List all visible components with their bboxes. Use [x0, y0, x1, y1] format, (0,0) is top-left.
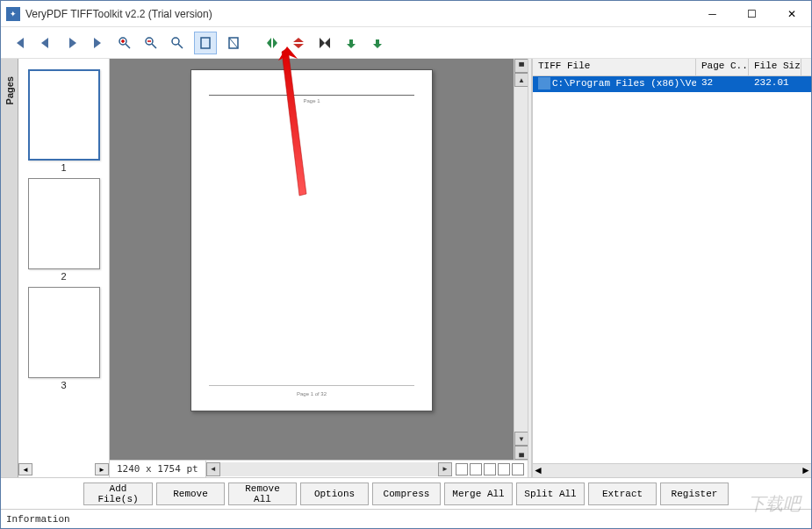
scroll-right-icon[interactable]: ►: [801, 464, 811, 477]
svg-point-2: [172, 38, 179, 45]
thumbnail[interactable]: [28, 287, 100, 378]
status-text: Information: [6, 514, 70, 525]
scroll-up-icon[interactable]: ▲: [514, 73, 528, 87]
view-mode-1-icon[interactable]: [456, 463, 468, 475]
rotate-right-button[interactable]: [368, 33, 387, 53]
scroll-left-icon[interactable]: ◄: [206, 462, 220, 476]
view-mode-3-icon[interactable]: [484, 463, 496, 475]
page-header-text: Page 1: [191, 98, 432, 104]
add-file-button[interactable]: Add File(s): [83, 483, 153, 505]
first-page-button[interactable]: [10, 33, 29, 53]
rotate-left-button[interactable]: [341, 33, 361, 53]
window-title: VeryPDF TIFFToolkit v2.2 (Trial version): [25, 8, 693, 20]
scroll-down-icon[interactable]: ▼: [514, 432, 528, 446]
close-button[interactable]: ✕: [772, 1, 811, 27]
scroll-right-icon[interactable]: ►: [438, 462, 452, 476]
fit-page-button[interactable]: [194, 32, 217, 54]
prev-page-button[interactable]: [36, 33, 55, 53]
thumbnail-label: 2: [22, 271, 105, 282]
last-page-button[interactable]: [89, 33, 108, 53]
extract-button[interactable]: Extract: [588, 483, 657, 505]
fit-width-button[interactable]: [224, 33, 243, 53]
maximize-button[interactable]: ☐: [732, 1, 772, 27]
flip-v-button[interactable]: [289, 33, 308, 53]
file-size: 232.01: [749, 76, 801, 92]
col-header-pages[interactable]: Page C...: [696, 59, 749, 75]
thumbnail[interactable]: [28, 178, 100, 269]
file-icon: [538, 77, 550, 89]
preview-hscroll[interactable]: ◄ ►: [206, 462, 452, 476]
merge-all-button[interactable]: Merge All: [444, 483, 513, 505]
thumbnail-label: 1: [22, 162, 105, 173]
scroll-bottom-icon[interactable]: ▄: [514, 446, 528, 460]
thumbnail-panel: 1 2 3 ◄ ►: [18, 59, 110, 477]
file-list-panel: TIFF File Page C... File Siz C:\Program …: [532, 59, 811, 477]
scroll-top-icon[interactable]: ▀: [514, 59, 528, 73]
page-canvas: Page 1 Page 1 of 32: [190, 69, 433, 411]
options-button[interactable]: Options: [300, 483, 369, 505]
statusbar: Information: [1, 509, 811, 528]
file-path: C:\Program Files (x86)\Ver...: [552, 78, 696, 89]
view-mode-4-icon[interactable]: [498, 463, 510, 475]
file-pagecount: 32: [696, 76, 749, 92]
view-mode-5-icon[interactable]: [512, 463, 524, 475]
preview-statusbar: 1240 x 1754 pt ◄ ►: [110, 460, 528, 477]
register-button[interactable]: Register: [660, 483, 729, 505]
thumb-hscroll[interactable]: ◄ ►: [18, 463, 109, 475]
remove-button[interactable]: Remove: [156, 483, 225, 505]
preview-area[interactable]: Page 1 Page 1 of 32 ▀ ▲ ▼ ▄: [110, 59, 528, 460]
col-header-file[interactable]: TIFF File: [533, 59, 696, 75]
button-bar: Add File(s) Remove Remove All Options Co…: [1, 477, 811, 509]
flip-h-button[interactable]: [262, 33, 282, 53]
page-dimensions: 1240 x 1754 pt: [110, 461, 206, 477]
view-mode-2-icon[interactable]: [470, 463, 482, 475]
file-list-header: TIFF File Page C... File Siz: [533, 59, 811, 76]
scroll-left-icon[interactable]: ◄: [18, 463, 32, 475]
remove-all-button[interactable]: Remove All: [228, 483, 297, 505]
zoom-in-button[interactable]: [115, 33, 134, 53]
thumbnail-label: 3: [22, 380, 105, 390]
next-page-button[interactable]: [62, 33, 82, 53]
rotate-button[interactable]: [315, 33, 334, 53]
pages-tab[interactable]: Pages: [1, 59, 18, 477]
file-row[interactable]: C:\Program Files (x86)\Ver... 32 232.01: [533, 76, 811, 92]
page-footer-text: Page 1 of 32: [191, 391, 432, 397]
zoom-button[interactable]: [168, 33, 187, 53]
compress-button[interactable]: Compress: [372, 483, 441, 505]
titlebar: ✦ VeryPDF TIFFToolkit v2.2 (Trial versio…: [1, 1, 811, 27]
thumbnail[interactable]: [28, 69, 100, 161]
col-header-size[interactable]: File Siz: [749, 59, 801, 75]
filelist-hscroll[interactable]: ◄ ►: [533, 463, 811, 477]
svg-rect-3: [201, 38, 210, 48]
scroll-right-icon[interactable]: ►: [95, 463, 109, 475]
scroll-left-icon[interactable]: ◄: [533, 464, 543, 477]
app-icon: ✦: [6, 7, 20, 21]
pages-tab-label: Pages: [4, 76, 15, 104]
preview-vscroll[interactable]: ▀ ▲ ▼ ▄: [514, 59, 528, 460]
minimize-button[interactable]: ─: [693, 1, 732, 27]
zoom-out-button[interactable]: [141, 33, 161, 53]
toolbar: [1, 27, 811, 59]
split-all-button[interactable]: Split All: [516, 483, 585, 505]
